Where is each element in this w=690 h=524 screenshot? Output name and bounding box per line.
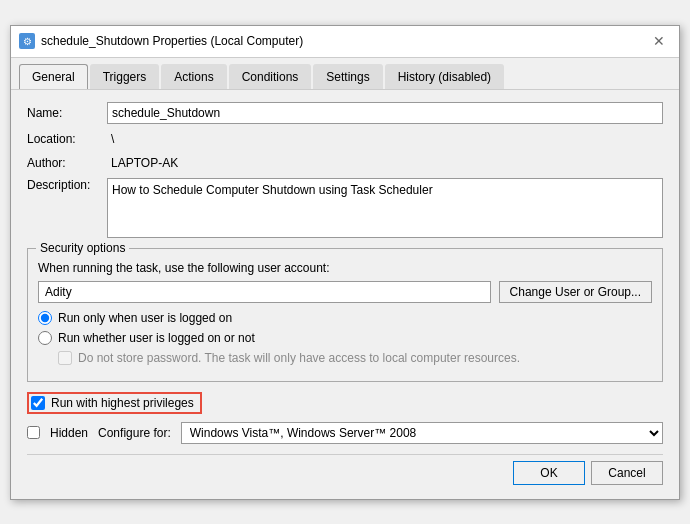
security-inner: When running the task, use the following… <box>38 261 652 365</box>
cancel-button[interactable]: Cancel <box>591 461 663 485</box>
bottom-buttons-row: OK Cancel <box>27 454 663 489</box>
content-area: Name: Location: \ Author: LAPTOP-AK Desc… <box>11 90 679 499</box>
name-row: Name: <box>27 102 663 124</box>
tab-history[interactable]: History (disabled) <box>385 64 504 89</box>
location-value: \ <box>107 130 663 148</box>
tab-triggers[interactable]: Triggers <box>90 64 160 89</box>
main-window: ⚙ schedule_Shutdown Properties (Local Co… <box>10 25 680 500</box>
privileges-wrapper: Run with highest privileges <box>27 392 663 414</box>
no-store-row: Do not store password. The task will onl… <box>58 351 652 365</box>
tabs-row: General Triggers Actions Conditions Sett… <box>11 58 679 90</box>
account-label: When running the task, use the following… <box>38 261 652 275</box>
title-bar-left: ⚙ schedule_Shutdown Properties (Local Co… <box>19 33 303 49</box>
privileges-label[interactable]: Run with highest privileges <box>51 396 194 410</box>
window-title: schedule_Shutdown Properties (Local Comp… <box>41 34 303 48</box>
tab-general[interactable]: General <box>19 64 88 89</box>
no-store-checkbox <box>58 351 72 365</box>
name-label: Name: <box>27 106 107 120</box>
privileges-row: Run with highest privileges <box>27 392 202 414</box>
radio-logged-on-row: Run only when user is logged on <box>38 311 652 325</box>
location-row: Location: \ <box>27 130 663 148</box>
radio-logged-on[interactable] <box>38 311 52 325</box>
description-row: Description: How to Schedule Computer Sh… <box>27 178 663 238</box>
author-label: Author: <box>27 156 107 170</box>
hidden-configure-row: Hidden Configure for: Windows Vista™, Wi… <box>27 422 663 444</box>
description-label: Description: <box>27 178 107 192</box>
radio-whether-row: Run whether user is logged on or not <box>38 331 652 345</box>
location-label: Location: <box>27 132 107 146</box>
window-icon: ⚙ <box>19 33 35 49</box>
tab-settings[interactable]: Settings <box>313 64 382 89</box>
description-textarea[interactable]: How to Schedule Computer Shutdown using … <box>107 178 663 238</box>
security-group: Security options When running the task, … <box>27 248 663 382</box>
change-user-button[interactable]: Change User or Group... <box>499 281 652 303</box>
hidden-label: Hidden <box>50 426 88 440</box>
configure-for-label: Configure for: <box>98 426 171 440</box>
hidden-checkbox[interactable] <box>27 426 40 439</box>
tab-conditions[interactable]: Conditions <box>229 64 312 89</box>
close-button[interactable]: ✕ <box>647 29 671 53</box>
security-group-title: Security options <box>36 241 129 255</box>
user-account-input[interactable] <box>38 281 491 303</box>
user-account-row: Change User or Group... <box>38 281 652 303</box>
radio-whether-label[interactable]: Run whether user is logged on or not <box>58 331 255 345</box>
author-value: LAPTOP-AK <box>107 154 663 172</box>
radio-logged-on-label[interactable]: Run only when user is logged on <box>58 311 232 325</box>
name-input[interactable] <box>107 102 663 124</box>
privileges-checkbox[interactable] <box>31 396 45 410</box>
tab-actions[interactable]: Actions <box>161 64 226 89</box>
configure-for-select[interactable]: Windows Vista™, Windows Server™ 2008 <box>181 422 663 444</box>
radio-whether[interactable] <box>38 331 52 345</box>
ok-button[interactable]: OK <box>513 461 585 485</box>
title-bar: ⚙ schedule_Shutdown Properties (Local Co… <box>11 26 679 58</box>
author-row: Author: LAPTOP-AK <box>27 154 663 172</box>
no-store-label: Do not store password. The task will onl… <box>78 351 520 365</box>
